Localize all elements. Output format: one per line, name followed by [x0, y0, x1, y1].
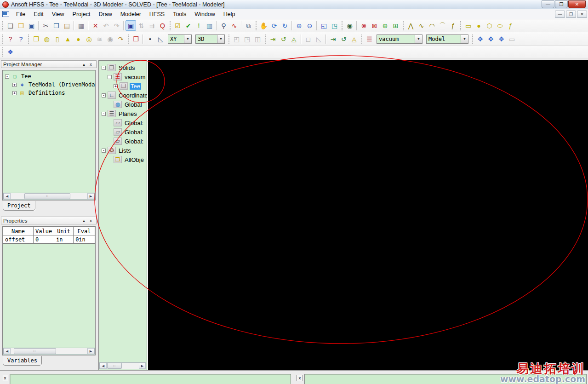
duplicate-along-line-icon[interactable]: ⇥ [328, 34, 338, 44]
scroll-left-icon[interactable]: ◀ [4, 348, 11, 354]
help-topics-icon[interactable]: ? [5, 34, 16, 44]
solve-local-icon[interactable]: ▣ [126, 20, 136, 31]
tree-item-planes[interactable]: -☰Planes [100, 109, 147, 118]
move-icon[interactable]: ⇥ [268, 34, 278, 44]
cell-name[interactable]: offset [3, 235, 34, 244]
menu-tools[interactable]: Tools [169, 10, 190, 19]
duplicate-around-axis-icon[interactable]: ↺ [338, 34, 349, 44]
tab-project[interactable]: Project [3, 201, 35, 211]
chevron-down-icon[interactable]: ▼ [415, 35, 422, 43]
close-icon[interactable]: x [87, 218, 94, 223]
copy-icon[interactable]: ❐ [51, 20, 62, 31]
validate-icon[interactable]: ☑ [172, 20, 183, 31]
draw-box-icon[interactable]: ❒ [31, 34, 41, 44]
show-selection-icon[interactable]: ⊕ [380, 20, 390, 31]
menu-file[interactable]: File [12, 10, 29, 19]
expand-expander-icon[interactable]: + [114, 84, 118, 88]
scroll-right-icon[interactable]: ▶ [87, 193, 94, 199]
scroll-thumb[interactable]: ∷ [24, 193, 70, 199]
tree-item-teemodal-drivenmodal[interactable]: +❖TeeModal (DrivenModal [4, 80, 95, 89]
restore-button[interactable]: ❐ [555, 0, 568, 8]
toolbar-grip[interactable] [2, 34, 4, 44]
collapse-expander-icon[interactable]: - [102, 66, 106, 70]
collapse-expander-icon[interactable]: - [102, 112, 106, 116]
submit-job-icon[interactable]: ! [194, 20, 204, 31]
cell-unit[interactable]: in [54, 235, 74, 244]
solution-data-icon[interactable]: ▥ [204, 20, 215, 31]
tree-item-lists[interactable]: -✪Lists [100, 146, 147, 155]
expand-expander-icon[interactable]: + [12, 83, 17, 87]
insert-hfss-design-icon[interactable]: ❖ [5, 47, 16, 57]
cut-icon[interactable]: ✂ [40, 20, 51, 31]
draw-arc-3point-icon[interactable]: ⌒ [437, 20, 448, 31]
minimize-button[interactable]: — [542, 0, 554, 8]
draw-polyline-icon[interactable]: ⋀ [405, 20, 416, 31]
collapse-expander-icon[interactable]: - [5, 75, 9, 79]
scroll-left-icon[interactable]: ◀ [100, 363, 107, 369]
tree-item-tee[interactable]: +❒Tee [100, 81, 147, 91]
show-in-active-view-icon[interactable]: ⊞ [390, 20, 401, 31]
delete-icon[interactable]: ✕ [90, 20, 101, 31]
hide-selection-icon[interactable]: ⊗ [359, 20, 369, 31]
optimetrics-icon[interactable]: ⚲ [218, 20, 229, 31]
tree-item-allobje[interactable]: ❒AllObje [100, 155, 147, 164]
properties-header[interactable]: Properties ▴ x [1, 217, 97, 224]
table-row[interactable]: offset0in0in [3, 235, 95, 244]
draw-regular-polyhedron-icon[interactable]: ▯ [52, 34, 63, 44]
context-help-icon[interactable]: ? [16, 34, 26, 44]
collapse-expander-icon[interactable]: - [102, 149, 106, 153]
hide-in-active-view-icon[interactable]: ⊠ [369, 20, 380, 31]
analyze-all-icon[interactable]: ✔ [183, 20, 194, 31]
tree-item-tee[interactable]: -❏Tee [4, 72, 95, 80]
paste-icon[interactable]: ▤ [62, 20, 72, 31]
view-visibility-icon[interactable]: ◉ [344, 20, 355, 31]
pan-icon[interactable]: ✋ [258, 20, 269, 31]
save-icon[interactable]: ▣ [26, 20, 37, 31]
message-window-close-icon[interactable]: x [2, 375, 8, 381]
zoom-in-icon[interactable]: ⊕ [294, 20, 304, 31]
progress-window-close-icon[interactable]: x [297, 375, 303, 381]
menu-window[interactable]: Window [190, 10, 219, 19]
draw-cone-icon[interactable]: ▲ [63, 34, 73, 44]
draw-equation-curve-icon[interactable]: ƒ [448, 20, 458, 31]
expand-expander-icon[interactable]: + [12, 91, 17, 95]
tree-item-global[interactable]: ▱Global: [100, 118, 147, 127]
menu-help[interactable]: Help [219, 10, 240, 19]
collapse-expander-icon[interactable]: - [108, 75, 112, 79]
cell-value[interactable]: 0 [34, 235, 54, 244]
collapse-icon[interactable]: ▴ [80, 218, 87, 223]
assign-material-icon[interactable]: ☰ [364, 34, 375, 44]
scroll-thumb[interactable]: ∷ [14, 348, 56, 354]
tree-item-solids[interactable]: -❒Solids [100, 63, 147, 72]
model-select[interactable]: Model▼ [426, 34, 468, 44]
tree-item-global[interactable]: ▱Global: [100, 127, 147, 137]
collapse-icon[interactable]: ▴ [80, 62, 87, 67]
chevron-down-icon[interactable]: ▼ [184, 35, 191, 43]
scroll-right-icon[interactable]: ▶ [139, 363, 146, 369]
project-tree-hscrollbar[interactable]: ◀ ∷ ▶ [3, 193, 95, 200]
menu-draw[interactable]: Draw [94, 10, 116, 19]
draw-plane-icon[interactable]: ◺ [155, 34, 166, 44]
menu-project[interactable]: Project [69, 10, 95, 19]
menu-view[interactable]: View [48, 10, 69, 19]
close-button[interactable]: ✕ [568, 0, 586, 8]
modeler-3d-viewport[interactable] [148, 60, 588, 370]
tree-item-global[interactable]: ◍Global [100, 100, 147, 109]
mirror-icon[interactable]: ◬ [289, 34, 299, 44]
chevron-down-icon[interactable]: ▼ [217, 35, 224, 43]
fit-selection-icon[interactable]: ◳ [329, 20, 340, 31]
scroll-left-icon[interactable]: ◀ [4, 193, 11, 199]
tree-item-global[interactable]: ▱Global: [100, 137, 147, 146]
create-face-cs-icon[interactable]: ✥ [485, 34, 496, 44]
solve-queue-icon[interactable]: Q [157, 20, 168, 31]
tab-variables[interactable]: Variables [3, 356, 42, 366]
grid-plane-select[interactable]: XY▼ [168, 34, 192, 44]
create-report-icon[interactable]: ∿ [229, 20, 240, 31]
scroll-right-icon[interactable]: ▶ [87, 348, 94, 354]
draw-torus-icon[interactable]: ◎ [84, 34, 94, 44]
material-select[interactable]: vacuum▼ [377, 34, 422, 44]
menu-hfss[interactable]: HFSS [145, 10, 169, 19]
edit-cs-icon[interactable]: ✥ [496, 34, 507, 44]
draw-sphere-icon[interactable]: ● [73, 34, 84, 44]
draw-rectangle-icon[interactable]: ▭ [463, 20, 474, 31]
